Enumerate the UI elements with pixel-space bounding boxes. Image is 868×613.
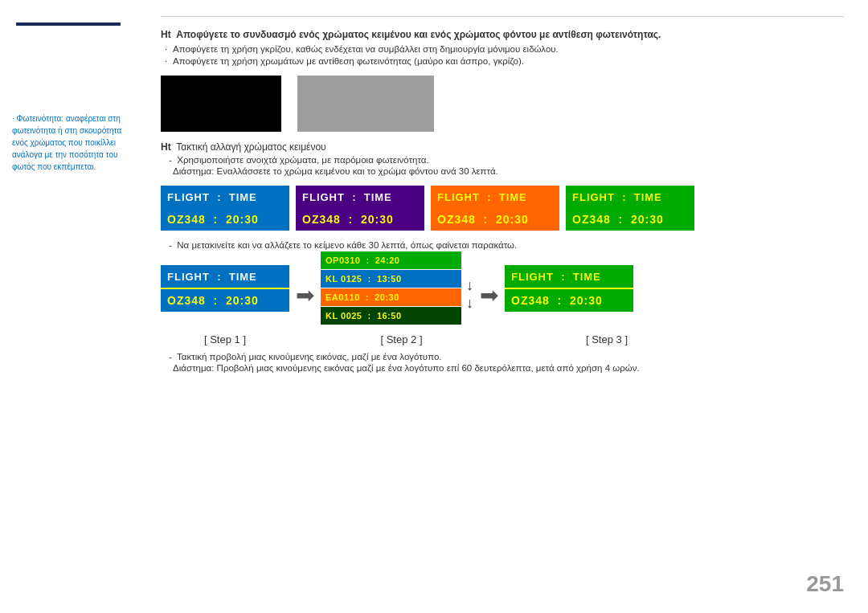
image-row xyxy=(161,76,844,132)
move-note: - Να μετακινείτε και να αλλάζετε το κείμ… xyxy=(169,240,844,250)
flight-card-4: FLIGHT : TIME OZ348 : 20:30 xyxy=(566,186,694,231)
arrow-right-1: ➡ xyxy=(296,274,314,309)
arrow-down-icon-1: ↓ xyxy=(466,277,473,295)
step3-bottom-text: OZ348 : 20:30 xyxy=(511,294,603,307)
page-container: · Φωτεινότητα: αναφέρεται στη φωτεινότητ… xyxy=(0,0,868,613)
card2-bottom-text: OZ348 : 20:30 xyxy=(302,213,394,226)
gray-rectangle xyxy=(297,76,434,132)
card4-bottom: OZ348 : 20:30 xyxy=(566,208,694,231)
step1-label: [ Step 1 ] xyxy=(161,333,289,345)
step2-label: [ Step 2 ] xyxy=(331,333,472,345)
sidebar-line xyxy=(16,22,121,26)
sidebar: · Φωτεινότητα: αναφέρεται στη φωτεινότητ… xyxy=(0,0,145,613)
card1-bottom-text: OZ348 : 20:30 xyxy=(167,213,259,226)
card2-bottom: OZ348 : 20:30 xyxy=(296,208,424,231)
card3-top-text: FLIGHT : TIME xyxy=(437,191,527,203)
arrow-right-icon-2: ➡ xyxy=(480,282,498,309)
step2-row-4: KL 0025 : 16:50 xyxy=(321,307,461,325)
hint-bullet-1: Αποφύγετε τη χρήση γκρίζου, καθώς ενδέχε… xyxy=(173,44,844,54)
sub-hint-title: Ht Τακτική αλλαγή χρώματος κειμένου xyxy=(161,141,844,153)
card3-bottom: OZ348 : 20:30 xyxy=(431,208,559,231)
step3-bottom: OZ348 : 20:30 xyxy=(505,289,633,312)
steps-row-labels: [ Step 1 ] [ Step 2 ] [ Step 3 ] xyxy=(161,333,844,345)
flight-cards-row: FLIGHT : TIME OZ348 : 20:30 FLIGHT : TIM… xyxy=(161,186,844,231)
card2-top: FLIGHT : TIME xyxy=(296,186,424,208)
step1-card: FLIGHT : TIME OZ348 : 20:30 xyxy=(161,265,289,312)
flight-card-2: FLIGHT : TIME OZ348 : 20:30 xyxy=(296,186,424,231)
ht-marker-2: Ht xyxy=(161,141,171,153)
bottom-note-1: - Τακτική προβολή μιας κινούμενης εικόνα… xyxy=(169,352,844,362)
step1-top-text: FLIGHT : TIME xyxy=(167,271,257,283)
sub-hint-dash1: - Χρησιμοποιήστε ανοιχτά χρώματα, με παρ… xyxy=(169,155,844,165)
step1-top: FLIGHT : TIME xyxy=(161,265,289,288)
card1-top: FLIGHT : TIME xyxy=(161,186,289,208)
arrow-down-icon-2: ↓ xyxy=(466,295,473,313)
steps-row-content: FLIGHT : TIME OZ348 : 20:30 ➡ OP0310 : 2… xyxy=(161,251,844,330)
arrow-right-2: ➡ xyxy=(480,274,498,309)
card2-top-text: FLIGHT : TIME xyxy=(302,191,392,203)
ht-marker-1: Ht xyxy=(161,29,171,40)
step3-label: [ Step 3 ] xyxy=(542,333,671,345)
hint-title-1: Ht Αποφύγετε το συνδυασμό ενός χρώματος … xyxy=(161,29,844,40)
step2-row-1: OP0310 : 24:20 xyxy=(321,251,461,269)
arrow-down-group: ↓ ↓ xyxy=(466,269,473,312)
card3-bottom-text: OZ348 : 20:30 xyxy=(437,213,529,226)
card1-top-text: FLIGHT : TIME xyxy=(167,191,257,203)
step2-container: OP0310 : 24:20 KL 0125 : 13:50 EA0110 : … xyxy=(321,251,473,330)
page-number: 251 xyxy=(806,571,844,597)
card4-top-text: FLIGHT : TIME xyxy=(572,191,662,203)
steps-section: FLIGHT : TIME OZ348 : 20:30 ➡ OP0310 : 2… xyxy=(161,251,844,345)
top-divider xyxy=(161,16,844,17)
bottom-note-2: Διάστημα: Προβολή μιας κινούμενης εικόνα… xyxy=(173,363,844,373)
card4-top: FLIGHT : TIME xyxy=(566,186,694,208)
card1-bottom: OZ348 : 20:30 xyxy=(161,208,289,231)
step1-bottom-text: OZ348 : 20:30 xyxy=(167,294,259,307)
bottom-notes: - Τακτική προβολή μιας κινούμενης εικόνα… xyxy=(161,352,844,373)
sub-hint-block: Ht Τακτική αλλαγή χρώματος κειμένου - Χρ… xyxy=(161,141,844,176)
card3-top: FLIGHT : TIME xyxy=(431,186,559,208)
step3-top-text: FLIGHT : TIME xyxy=(511,271,601,283)
hint-block-1: Ht Αποφύγετε το συνδυασμό ενός χρώματος … xyxy=(161,29,844,66)
flight-card-1: FLIGHT : TIME OZ348 : 20:30 xyxy=(161,186,289,231)
flight-card-3: FLIGHT : TIME OZ348 : 20:30 xyxy=(431,186,559,231)
step2-row-2: KL 0125 : 13:50 xyxy=(321,270,461,288)
step2-row-3: EA0110 : 20:30 xyxy=(321,288,461,306)
step3-top: FLIGHT : TIME xyxy=(505,265,633,288)
dark-rectangle xyxy=(161,76,281,132)
sidebar-note: · Φωτεινότητα: αναφέρεται στη φωτεινότητ… xyxy=(12,112,133,173)
hint-bullet-2: Αποφύγετε τη χρήση χρωμάτων με αντίθεση … xyxy=(173,56,844,66)
card4-bottom-text: OZ348 : 20:30 xyxy=(572,213,664,226)
arrow-right-icon-1: ➡ xyxy=(296,282,314,309)
step2-block: OP0310 : 24:20 KL 0125 : 13:50 EA0110 : … xyxy=(321,251,461,325)
step3-card: FLIGHT : TIME OZ348 : 20:30 xyxy=(505,265,633,312)
sub-hint-dash2: Διάστημα: Εναλλάσσετε το χρώμα κειμένου … xyxy=(173,166,844,176)
main-content: Ht Αποφύγετε το συνδυασμό ενός χρώματος … xyxy=(145,0,868,613)
step1-bottom: OZ348 : 20:30 xyxy=(161,289,289,312)
